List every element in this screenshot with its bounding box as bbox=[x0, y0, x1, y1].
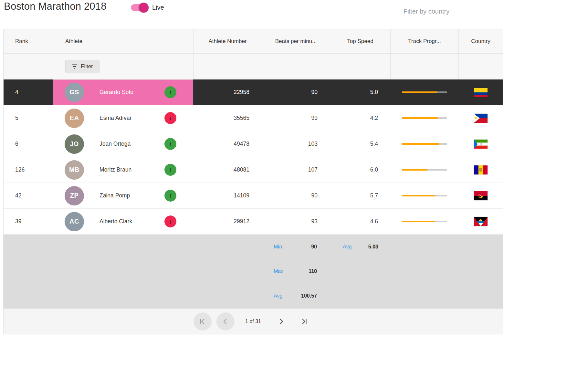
top-speed-cell: 5.4 bbox=[330, 131, 390, 157]
live-toggle[interactable] bbox=[131, 4, 148, 11]
country-cell bbox=[458, 183, 503, 208]
athlete-cell: JO Joan Ortega ↑ bbox=[53, 131, 193, 157]
bpm-cell: 99 bbox=[262, 105, 330, 131]
athlete-number-cell: 14109 bbox=[193, 183, 262, 208]
summary-cell-number bbox=[193, 235, 262, 259]
last-page-icon bbox=[300, 317, 308, 326]
filter-cell-rank bbox=[4, 54, 53, 79]
summary-value: 100.57 bbox=[301, 293, 317, 299]
athlete-name: Esma Adıvar bbox=[84, 115, 164, 121]
column-header-label: Athlete Number bbox=[208, 38, 247, 45]
summary-value: 5.03 bbox=[368, 244, 378, 250]
column-header-label: Top Speed bbox=[347, 38, 373, 45]
filter-cell-progress bbox=[390, 54, 458, 79]
column-header-label: Track Progr... bbox=[408, 38, 441, 45]
filter-cell-country bbox=[458, 54, 503, 79]
next-page-button[interactable] bbox=[272, 312, 290, 331]
grid-header-row: RankAthleteAthlete NumberBeats per minu.… bbox=[4, 29, 503, 54]
summary-cell-athlete bbox=[53, 284, 193, 308]
summary-cell-athlete bbox=[53, 259, 193, 284]
table-row[interactable]: 6 JO Joan Ortega ↑ 49478 103 5.4 bbox=[4, 131, 503, 157]
country-flag-icon bbox=[474, 88, 488, 97]
top-speed-cell: 4.6 bbox=[330, 209, 390, 234]
progress-bar bbox=[402, 195, 447, 196]
column-header-label: Country bbox=[471, 38, 490, 45]
summary-cell-country bbox=[458, 259, 503, 284]
column-header-country[interactable]: Country bbox=[458, 29, 503, 53]
trend-down-icon: ↓ bbox=[164, 112, 176, 124]
athlete-avatar: GS bbox=[65, 83, 84, 102]
progress-fill bbox=[402, 195, 435, 196]
athlete-name: Alberto Clark bbox=[84, 218, 164, 225]
summary-cell-progress bbox=[390, 284, 458, 308]
filter-cell-bpm bbox=[262, 54, 330, 79]
prev-page-button[interactable] bbox=[216, 312, 235, 331]
summary-cell-athlete bbox=[53, 235, 193, 259]
bpm-cell: 90 bbox=[262, 79, 330, 105]
summary-cell-speed bbox=[330, 284, 390, 308]
athlete-name: Zaina Pomp bbox=[84, 192, 164, 199]
summary-label: Avg bbox=[274, 293, 282, 299]
page-title: Boston Marathon 2018 bbox=[4, 1, 107, 12]
table-row[interactable]: 4 GS Gerardo Soto ↑ 22958 90 5.0 bbox=[4, 79, 503, 105]
top-speed-cell: 5.0 bbox=[330, 79, 390, 105]
progress-fill bbox=[402, 91, 437, 93]
grid-summary: Min90Avg5.03Max110Avg100.57 bbox=[4, 235, 503, 308]
country-flag-icon bbox=[474, 140, 488, 149]
column-header-speed[interactable]: Top Speed bbox=[330, 29, 390, 53]
live-toggle-knob[interactable] bbox=[139, 3, 149, 13]
rank-cell: 39 bbox=[4, 209, 53, 234]
country-filter-input[interactable] bbox=[403, 5, 503, 18]
filter-cell-athlete: Filter bbox=[53, 54, 193, 79]
progress-fill bbox=[402, 143, 439, 145]
column-header-bpm[interactable]: Beats per minu... bbox=[262, 29, 330, 53]
column-header-number[interactable]: Athlete Number bbox=[193, 29, 262, 53]
summary-row: Avg100.57 bbox=[4, 284, 503, 308]
first-page-button[interactable] bbox=[194, 312, 212, 331]
summary-cell-country bbox=[458, 235, 503, 259]
progress-bar bbox=[402, 91, 447, 93]
country-cell bbox=[458, 157, 503, 183]
summary-cell-bpm: Min90 bbox=[262, 235, 330, 259]
rank-cell: 42 bbox=[4, 183, 53, 208]
summary-cell-bpm: Max110 bbox=[262, 259, 330, 284]
filter-button[interactable]: Filter bbox=[65, 60, 100, 73]
table-row[interactable]: 42 ZP Zaina Pomp ↑ 14109 90 5.7 bbox=[4, 183, 503, 209]
athlete-name: Joan Ortega bbox=[84, 141, 164, 147]
progress-bar bbox=[402, 117, 447, 119]
athlete-cell: MB Moritz Braun ↑ bbox=[53, 157, 193, 183]
bpm-cell: 90 bbox=[262, 183, 330, 208]
athlete-number-cell: 22958 bbox=[193, 79, 262, 105]
track-progress-cell bbox=[390, 105, 458, 131]
column-header-rank[interactable]: Rank bbox=[4, 29, 53, 53]
progress-bar bbox=[402, 143, 447, 145]
summary-cell-progress bbox=[390, 259, 458, 284]
summary-cell-rank bbox=[4, 284, 53, 308]
column-header-athlete[interactable]: Athlete bbox=[53, 29, 193, 53]
athletes-grid: RankAthleteAthlete NumberBeats per minu.… bbox=[3, 29, 503, 334]
summary-label: Avg bbox=[343, 244, 352, 250]
top-speed-cell: 6.0 bbox=[330, 157, 390, 183]
trend-up-icon: ↑ bbox=[164, 86, 176, 98]
last-page-button[interactable] bbox=[295, 312, 313, 331]
column-header-label: Athlete bbox=[65, 38, 82, 45]
pager: 1 of 31 bbox=[4, 308, 503, 334]
athlete-avatar: AC bbox=[65, 212, 84, 231]
grid-filter-row: Filter bbox=[4, 54, 503, 79]
country-cell bbox=[458, 209, 503, 234]
athlete-cell: ZP Zaina Pomp ↑ bbox=[53, 183, 193, 208]
country-cell bbox=[458, 105, 503, 131]
first-page-icon bbox=[198, 317, 207, 326]
summary-cell-speed bbox=[330, 259, 390, 284]
column-header-progress[interactable]: Track Progr... bbox=[390, 29, 458, 53]
table-row[interactable]: 5 EA Esma Adıvar ↓ 35565 99 4.2 bbox=[4, 105, 503, 131]
summary-row: Max110 bbox=[4, 259, 503, 284]
column-header-label: Beats per minu... bbox=[275, 38, 317, 45]
table-row[interactable]: 39 AC Alberto Clark ↓ 29912 93 4.6 bbox=[4, 209, 503, 235]
rank-cell: 5 bbox=[4, 105, 53, 131]
summary-cell-rank bbox=[4, 259, 53, 284]
athlete-number-cell: 49478 bbox=[193, 131, 262, 157]
track-progress-cell bbox=[390, 183, 458, 208]
bpm-cell: 93 bbox=[262, 209, 330, 234]
table-row[interactable]: 126 MB Moritz Braun ↑ 48081 107 6.0 bbox=[4, 157, 503, 183]
